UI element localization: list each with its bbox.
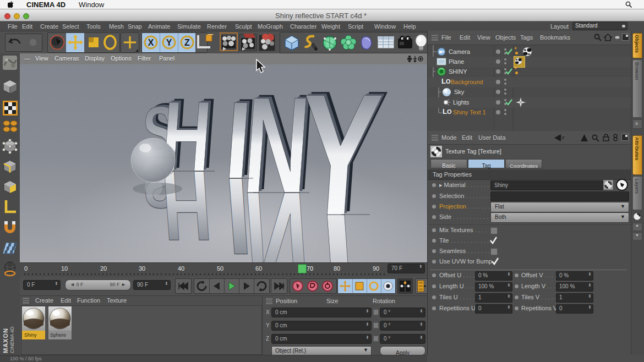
svg-text:Z: Z <box>184 38 190 47</box>
svg-text:Shiny: Shiny <box>24 332 37 338</box>
svg-text:Sphere: Sphere <box>50 332 66 338</box>
svg-text:Y: Y <box>166 38 172 47</box>
svg-text:X: X <box>148 38 154 47</box>
svg-text:Y: Y <box>293 64 387 251</box>
